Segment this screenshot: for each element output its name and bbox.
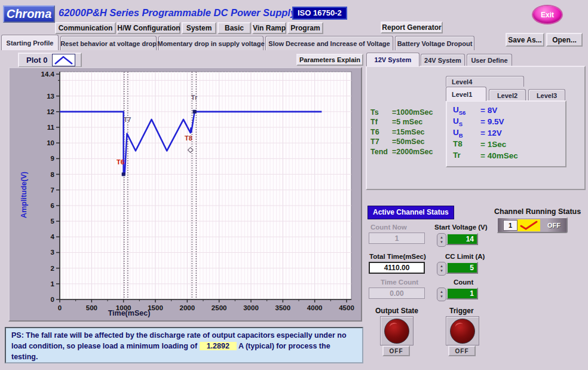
tab-starting-profile[interactable]: Starting Profile (1, 35, 59, 50)
trigger-label: Trigger (449, 307, 474, 315)
menu-system-button[interactable]: System (182, 22, 216, 34)
svg-text:500: 500 (86, 304, 97, 311)
svg-text:Tr: Tr (191, 94, 198, 101)
total-time-field[interactable]: 4110.00 (369, 262, 425, 274)
svg-text:8: 8 (51, 171, 55, 178)
trigger-off-button[interactable]: OFF (448, 345, 476, 356)
svg-text:T7: T7 (124, 116, 131, 123)
menu-hw-configuration-button[interactable]: H/W Configuration (117, 22, 180, 34)
svg-text:2000: 2000 (180, 304, 195, 311)
svg-text:3: 3 (51, 249, 54, 256)
open-button[interactable]: Open... (546, 33, 583, 47)
output-state-off-button[interactable]: OFF (382, 345, 410, 356)
timing-row: Ts=1000mSec (370, 108, 446, 118)
svg-text:2: 2 (51, 265, 54, 272)
svg-text:T6: T6 (117, 158, 124, 166)
start-voltage-stepper[interactable]: ▲▼ (437, 233, 446, 247)
start-voltage-field[interactable]: 14 (446, 233, 478, 245)
tend-value: =2000mSec (392, 148, 433, 157)
tab-level1[interactable]: Level1 (446, 87, 486, 101)
chroma-logo: Chroma (3, 5, 55, 23)
timing-row: T7=50mSec (370, 137, 446, 147)
count-field[interactable]: 1 (446, 288, 478, 299)
level-value-row: T8 = 1Sec (453, 139, 565, 150)
tab-user-define[interactable]: User Define (467, 54, 512, 66)
tab-level4[interactable]: Level4 (446, 76, 524, 87)
total-time-label: Total Time(mSec) (369, 253, 426, 260)
svg-text:14.4: 14.4 (41, 71, 55, 78)
channel-check-indicator[interactable] (517, 219, 540, 231)
channel-running-status-label: Channel Running Status (494, 207, 581, 216)
tab-battery-voltage-dropout[interactable]: Battery Voltage Dropout (395, 36, 474, 50)
output-state-knob[interactable] (384, 319, 409, 344)
svg-text:Amplitude(V): Amplitude(V) (20, 172, 28, 218)
plot-legend-icon (52, 54, 75, 66)
level-value-row: UB = 12V (453, 127, 565, 139)
tab-momentary-drop[interactable]: Momentary drop in supply voltage (158, 36, 264, 50)
menu-communication-button[interactable]: Communication (55, 22, 116, 34)
t6-value: =15mSec (392, 128, 425, 137)
svg-text:2500: 2500 (212, 304, 227, 311)
ub-value: = 12V (480, 129, 502, 137)
svg-text:4500: 4500 (339, 304, 354, 311)
level-value-row: Tr = 40mSec (453, 150, 565, 161)
level-value-row: US6 = 8V (453, 105, 565, 116)
cc-limit-stepper[interactable]: ▲▼ (437, 262, 446, 276)
cc-limit-field[interactable]: 5 (446, 262, 478, 274)
svg-text:0: 0 (51, 296, 54, 303)
cc-limit-label: CC Limit (A) (445, 253, 485, 260)
tab-slow-decrease-increase[interactable]: Slow Decrease and Increase of Voltage (265, 36, 393, 50)
svg-text:5: 5 (51, 218, 55, 225)
svg-text:6: 6 (51, 202, 54, 209)
timing-row: T6=15mSec (370, 128, 446, 137)
ps-note: PS: The fall rate will be affected by th… (5, 327, 363, 363)
plot-title: Plot 0 (26, 56, 47, 65)
us-value: = 9.5V (480, 117, 504, 126)
time-count-label: Time Count (381, 279, 418, 286)
start-voltage-label: Start Voltage (V) (434, 224, 488, 231)
tf-value: =5 mSec (392, 118, 422, 127)
svg-text:7: 7 (51, 186, 54, 194)
svg-text:10: 10 (47, 139, 54, 146)
tab-24v-system[interactable]: 24V System (421, 54, 465, 66)
time-count-field: 0.00 (369, 288, 425, 299)
menu-basic-button[interactable]: Basic (218, 22, 251, 34)
exit-button[interactable]: Exit (533, 6, 562, 23)
count-now-label: Count Now (370, 224, 407, 231)
tab-reset-behavior[interactable]: Reset behavior at voltage drop (60, 36, 157, 50)
trigger-knob-panel (446, 316, 479, 345)
level1-values-panel: US6 = 8V US = 9.5V UB = 12V T8 = 1Sec Tr… (446, 100, 566, 167)
channel-running-state: OFF (547, 222, 561, 229)
output-state-label: Output State (375, 307, 418, 315)
report-generator-button[interactable]: Report Generator (381, 22, 443, 33)
svg-text:0: 0 (58, 304, 62, 311)
svg-text:3000: 3000 (243, 304, 259, 311)
svg-text:9: 9 (51, 155, 54, 162)
app-title: 62000P&H Series Programmable DC Power Su… (59, 7, 296, 19)
menu-vin-ramp-button[interactable]: Vin Ramp (252, 22, 286, 34)
svg-text:T8: T8 (185, 134, 192, 142)
active-channel-status-header: Active Channel Status (368, 206, 454, 219)
channel-running-status-control[interactable]: 1 OFF (497, 217, 568, 233)
tab-level3[interactable]: Level3 (528, 89, 565, 101)
count-label: Count (454, 279, 473, 286)
timing-row: Tend=2000mSec (370, 148, 446, 157)
output-state-knob-panel (380, 316, 414, 345)
count-now-field: 1 (369, 233, 425, 244)
waveform-plot: 14.4131211109876543210050010001500200025… (10, 68, 361, 320)
count-stepper[interactable]: ▲▼ (437, 288, 446, 301)
tab-12v-system[interactable]: 12V System (366, 53, 419, 66)
svg-text:Time(mSec): Time(mSec) (108, 309, 151, 317)
parameters-explain-button[interactable]: Parameters Explain (296, 54, 363, 66)
menu-program-button[interactable]: Program (287, 22, 323, 34)
save-as-button[interactable]: Save As... (506, 33, 544, 47)
trigger-knob[interactable] (450, 319, 475, 344)
svg-text:3500: 3500 (275, 304, 291, 311)
waveform-plot-frame: 14.4131211109876543210050010001500200025… (8, 67, 362, 322)
iso-standard-badge: ISO 16750-2 (292, 7, 347, 20)
checkmark-icon (520, 221, 538, 230)
svg-text:11: 11 (47, 124, 55, 131)
timing-parameters-list: Ts=1000mSec Tf=5 mSec T6=15mSec T7=50mSe… (370, 108, 446, 157)
tab-level2[interactable]: Level2 (489, 89, 526, 101)
svg-text:4: 4 (51, 233, 55, 240)
